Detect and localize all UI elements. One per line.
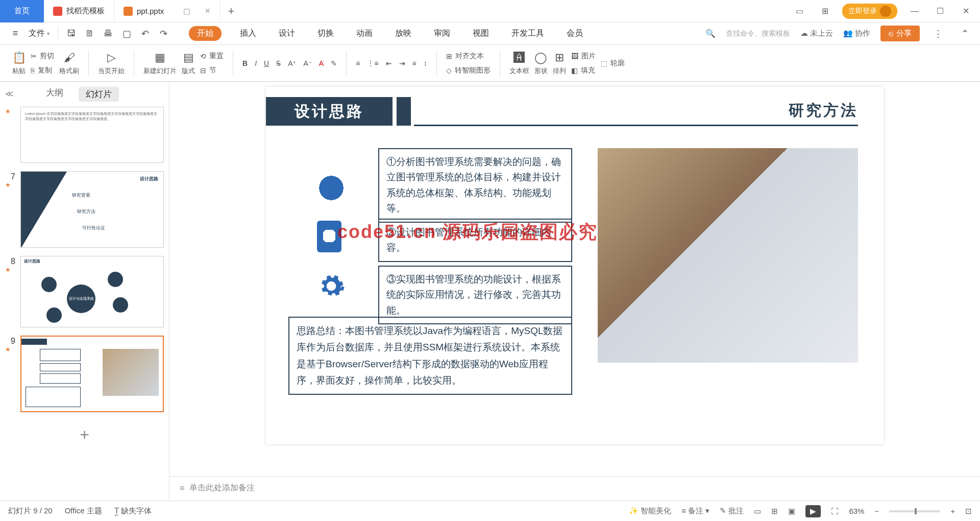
slideshow-button[interactable]: ▶ bbox=[805, 505, 821, 517]
tab-member[interactable]: 会员 bbox=[562, 26, 587, 41]
tab-transition[interactable]: 切换 bbox=[313, 26, 338, 41]
layout-button[interactable]: ▤版式 bbox=[182, 51, 195, 76]
tab-slideshow[interactable]: 放映 bbox=[391, 26, 415, 41]
tab-animation[interactable]: 动画 bbox=[352, 26, 377, 41]
app-grid-icon[interactable]: ⊞ bbox=[817, 6, 833, 16]
tab-document[interactable]: ppt.pptx ▢ × bbox=[114, 0, 220, 22]
new-tab-button[interactable]: + bbox=[220, 5, 242, 18]
window-close-icon[interactable]: ✕ bbox=[958, 6, 974, 16]
fit-icon[interactable]: ⛶ bbox=[831, 507, 839, 515]
search-icon[interactable]: 🔍 bbox=[705, 29, 716, 38]
window-minimize-icon[interactable]: — bbox=[906, 7, 923, 16]
align-text-button[interactable]: ⊞ 对齐文本 bbox=[446, 52, 491, 61]
bullets-icon[interactable]: ≡ bbox=[356, 59, 360, 67]
font-color-icon[interactable]: A bbox=[319, 59, 324, 67]
font-shrink-icon[interactable]: A⁻ bbox=[303, 59, 311, 67]
tab-design[interactable]: 设计 bbox=[275, 26, 299, 41]
outline-button[interactable]: ⬚ 轮廓 bbox=[601, 59, 625, 68]
highlight-icon[interactable]: ✎ bbox=[331, 59, 337, 67]
login-button[interactable]: 立即登录 bbox=[842, 4, 897, 19]
underline-button[interactable]: U bbox=[264, 59, 269, 67]
beautify-button[interactable]: ✨ 智能美化 bbox=[629, 506, 671, 516]
missing-font[interactable]: T̲ 缺失字体 bbox=[114, 506, 152, 516]
thumbnail-9[interactable] bbox=[20, 336, 164, 412]
save-as-icon[interactable]: 🗎 bbox=[82, 26, 98, 42]
numbering-icon[interactable]: ⋮≡ bbox=[367, 59, 378, 67]
thumbnail-6[interactable]: Lorem ipsum 文字段落预览文字段落预览文字段落预览文字段落预览文字段落… bbox=[20, 107, 164, 163]
strike-button[interactable]: S̶ bbox=[276, 59, 281, 67]
zoom-out-icon[interactable]: − bbox=[874, 507, 879, 515]
outline-tab[interactable]: 大纲 bbox=[46, 87, 63, 102]
separator bbox=[500, 51, 500, 76]
add-slide-button[interactable]: + bbox=[5, 420, 164, 449]
tab-review[interactable]: 审阅 bbox=[430, 26, 454, 41]
zoom-level[interactable]: 63% bbox=[849, 507, 864, 515]
search-input[interactable]: 查找命令、搜索模板 bbox=[726, 29, 790, 38]
thumbnail-list[interactable]: ★ Lorem ipsum 文字段落预览文字段落预览文字段落预览文字段落预览文字… bbox=[0, 107, 169, 500]
more-menu-icon[interactable]: ⋮ bbox=[930, 26, 946, 42]
section-button[interactable]: ⊟ 节 bbox=[200, 66, 224, 75]
redo-icon[interactable]: ↷ bbox=[155, 26, 172, 42]
tab-close-icon[interactable]: × bbox=[205, 6, 210, 16]
zoom-slider[interactable] bbox=[889, 510, 940, 512]
print-icon[interactable]: 🖶 bbox=[100, 26, 116, 42]
reading-view-icon[interactable]: ▣ bbox=[788, 507, 795, 516]
font-grow-icon[interactable]: A⁺ bbox=[288, 59, 296, 67]
separator bbox=[58, 28, 58, 40]
picture-button[interactable]: 🖼 图片 bbox=[571, 52, 596, 61]
from-current-button[interactable]: ▷当页开始 bbox=[98, 51, 125, 76]
sorter-view-icon[interactable]: ⊞ bbox=[771, 507, 778, 516]
tab-home[interactable]: 首页 bbox=[0, 0, 44, 22]
italic-button[interactable]: I bbox=[255, 59, 257, 67]
reset-button[interactable]: ⟲ 重置 bbox=[200, 52, 224, 61]
panel-layout-icon[interactable]: ▭ bbox=[791, 6, 807, 16]
hamburger-icon[interactable]: ≡ bbox=[7, 26, 23, 42]
cut-button[interactable]: ✂ 剪切 bbox=[31, 52, 54, 61]
notes-pane[interactable]: ≡ 单击此处添加备注 bbox=[169, 476, 980, 500]
fit-window-icon[interactable]: ⊡ bbox=[965, 507, 972, 516]
new-slide-button[interactable]: ▦新建幻灯片 bbox=[143, 51, 177, 76]
line-spacing-icon[interactable]: ↕ bbox=[424, 59, 427, 67]
slides-tab[interactable]: 幻灯片 bbox=[79, 87, 119, 102]
cloud-status[interactable]: ☁ 未上云 bbox=[800, 29, 833, 38]
smart-shape-button[interactable]: ◇ 转智能图形 bbox=[446, 66, 491, 75]
print-preview-icon[interactable]: ▢ bbox=[118, 26, 135, 42]
copy-button[interactable]: ⎘ 复制 bbox=[31, 66, 54, 75]
format-painter-button[interactable]: 🖌格式刷 bbox=[59, 51, 79, 76]
coop-button[interactable]: 👥 协作 bbox=[843, 29, 870, 38]
file-menu[interactable]: 文件▾ bbox=[26, 28, 53, 39]
collapse-ribbon-icon[interactable]: ⌃ bbox=[957, 26, 973, 42]
normal-view-icon[interactable]: ▭ bbox=[754, 507, 761, 516]
notes-toggle[interactable]: ≡ 备注 ▾ bbox=[681, 506, 709, 516]
indent-left-icon[interactable]: ⇤ bbox=[386, 59, 392, 67]
present-mini-icon[interactable]: ▢ bbox=[183, 7, 190, 16]
tab-template-store[interactable]: 找稻壳模板 bbox=[44, 0, 114, 22]
slide-canvas[interactable]: 设计思路 研究方法 ①分析图书管理系统需要解决的问题，确立图书管理系统的总体目标… bbox=[266, 87, 884, 444]
thumbnail-7[interactable]: 设计思路 研究背景 研究方法 可行性论证 bbox=[20, 171, 164, 248]
summary-box: 思路总结：本图书管理系统以Java作为编程语言，MySQL数据库作为后台数据库，… bbox=[288, 317, 572, 395]
coop-label: 协作 bbox=[855, 29, 870, 37]
notes-placeholder: 单击此处添加备注 bbox=[189, 483, 255, 493]
arrange-button[interactable]: ⊞排列 bbox=[553, 51, 566, 76]
tab-start[interactable]: 开始 bbox=[189, 26, 222, 41]
zoom-in-icon[interactable]: + bbox=[950, 507, 955, 515]
save-icon[interactable]: 🖫 bbox=[63, 26, 80, 42]
arrange-label: 排列 bbox=[553, 66, 566, 76]
tab-devtools[interactable]: 开发工具 bbox=[507, 26, 548, 41]
tab-insert[interactable]: 插入 bbox=[236, 26, 260, 41]
avatar-icon bbox=[880, 6, 891, 17]
align-left-icon[interactable]: ≡ bbox=[412, 59, 416, 67]
undo-icon[interactable]: ↶ bbox=[137, 26, 153, 42]
window-maximize-icon[interactable]: ☐ bbox=[932, 6, 948, 16]
tab-view[interactable]: 视图 bbox=[469, 26, 493, 41]
textbox-button[interactable]: 🅰文本框 bbox=[509, 51, 529, 76]
comments-button[interactable]: ✎ 批注 bbox=[720, 506, 744, 516]
shape-button[interactable]: ◯形状 bbox=[534, 51, 548, 76]
collapse-panel-icon[interactable]: ≪ bbox=[5, 89, 14, 99]
bold-button[interactable]: B bbox=[242, 59, 248, 67]
indent-right-icon[interactable]: ⇥ bbox=[399, 59, 405, 67]
thumbnail-8[interactable]: 设计思路 设计与实现系统 bbox=[20, 256, 164, 327]
paste-button[interactable]: 📋粘贴 bbox=[12, 51, 26, 76]
fill-button[interactable]: ◧ 填充 bbox=[571, 66, 596, 75]
share-button[interactable]: ⎋ 分享 bbox=[880, 26, 920, 41]
